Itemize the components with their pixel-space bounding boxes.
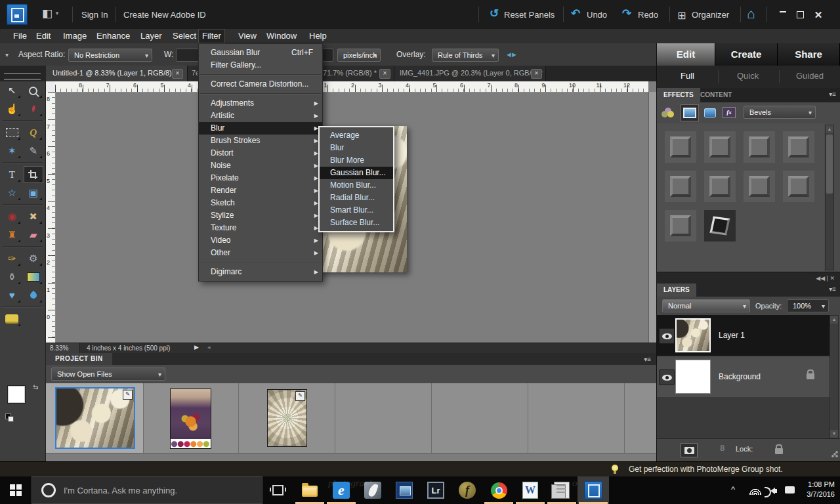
bevel-effect-thumbnail[interactable]: [665, 171, 696, 202]
organizer-button[interactable]: Organizer: [692, 10, 729, 20]
crop-tool[interactable]: [24, 167, 43, 182]
tray-expand-icon[interactable]: ^: [731, 484, 735, 494]
flip-crop-icon[interactable]: ◄►: [505, 51, 516, 58]
document-tab-img-4491[interactable]: IMG_4491.JPG @ 20.3% (Layer 0, RGB/8) * …: [394, 66, 546, 81]
taskbar-clock[interactable]: 1:08 PM 3/7/2016: [807, 480, 835, 499]
subtab-guided[interactable]: Guided: [796, 71, 824, 81]
redo-button[interactable]: Redo: [638, 10, 658, 20]
start-button[interactable]: [0, 476, 32, 504]
taskbar-app-word[interactable]: W: [514, 476, 546, 504]
menu-edit[interactable]: Edit: [32, 29, 54, 43]
resolution-unit-select[interactable]: pixels/inch: [337, 49, 381, 62]
close-button[interactable]: ✕: [811, 9, 826, 20]
bevel-effect-thumbnail[interactable]: [783, 131, 814, 163]
mode-tab-create[interactable]: Create: [715, 43, 778, 66]
menu-image[interactable]: Image: [59, 29, 91, 43]
bevel-effect-thumbnail[interactable]: [783, 171, 814, 202]
menu-enhance[interactable]: Enhance: [93, 29, 134, 43]
layers-scrollbar[interactable]: ▲ ▼: [830, 315, 839, 438]
effects-category-select[interactable]: Bevels: [744, 106, 816, 119]
bevel-effect-thumbnail[interactable]: [744, 131, 775, 163]
tab-close-icon[interactable]: ×: [172, 69, 183, 79]
layout-icon[interactable]: ◧ ▾: [42, 8, 58, 19]
filter-menu-item-texture[interactable]: Texture▶: [199, 222, 322, 234]
home-button[interactable]: ⌂: [747, 7, 755, 20]
panel-grip[interactable]: [4, 73, 41, 80]
move-tool[interactable]: ↖: [3, 83, 21, 98]
status-options-arrow-icon[interactable]: ▶: [194, 344, 199, 350]
spot-healing-brush-tool[interactable]: ✚: [24, 209, 43, 224]
brush-tool[interactable]: ✑: [3, 251, 21, 266]
filter-menu-item-other[interactable]: Other▶: [199, 247, 322, 259]
bin-thumbnail-bouquet[interactable]: [170, 388, 211, 449]
zoom-level-field[interactable]: 8.33%: [46, 343, 80, 354]
clone-stamp-tool[interactable]: ♜: [3, 227, 21, 243]
collapse-options-icon[interactable]: ▾: [5, 51, 9, 58]
blend-mode-select[interactable]: Normal: [662, 299, 750, 312]
filter-menu-item-adjustments[interactable]: Adjustments▶: [199, 97, 322, 110]
filter-menu-item-stylize[interactable]: Stylize▶: [199, 209, 322, 222]
filter-menu-item-filter-gallery[interactable]: Filter Gallery...: [199, 59, 322, 72]
panel-menu-icon[interactable]: ▾≡: [829, 91, 836, 98]
zoom-tool[interactable]: [24, 83, 43, 98]
scrollbar-thumb[interactable]: [826, 135, 833, 194]
taskbar-app-file-explorer[interactable]: [294, 476, 326, 504]
taskbar-app-photoshop-express[interactable]: [357, 476, 388, 504]
hand-tool[interactable]: ☝: [3, 101, 21, 117]
bevel-effect-thumbnail[interactable]: [704, 131, 736, 163]
project-bin-tab[interactable]: PROJECT BIN: [46, 353, 112, 365]
cortana-search-box[interactable]: I'm Cortana. Ask me anything.: [32, 476, 262, 504]
scroll-up-icon[interactable]: ▲: [826, 125, 833, 133]
menu-file[interactable]: File: [9, 29, 31, 43]
minimize-button[interactable]: [776, 9, 790, 20]
notifications-icon[interactable]: [785, 486, 795, 495]
reset-panels-button[interactable]: Reset Panels: [504, 10, 555, 20]
document-tab-untitled-1[interactable]: Untitled-1 @ 8.33% (Layer 1, RGB/8) * ×: [46, 66, 188, 81]
foreground-color-swatch[interactable]: [8, 386, 25, 403]
eraser-tool[interactable]: ▰: [24, 227, 43, 243]
layer-styles-selected[interactable]: [681, 104, 699, 121]
scroll-up-icon[interactable]: ▲: [830, 316, 838, 324]
aspect-ratio-select[interactable]: No Restriction: [68, 49, 152, 62]
menu-window[interactable]: Window: [262, 29, 301, 43]
cookie-cutter-tool[interactable]: ☆: [3, 185, 21, 201]
undo-button[interactable]: Undo: [587, 10, 607, 20]
filter-menu-item-pixelate[interactable]: Pixelate▶: [199, 172, 322, 184]
layer-thumbnail[interactable]: [675, 318, 711, 352]
smart-brush-tool[interactable]: ⚙: [24, 251, 43, 266]
filter-menu-item-blur[interactable]: Blur▶: [199, 122, 322, 135]
filter-menu-item-correct-camera-distortion[interactable]: Correct Camera Distortion...: [199, 78, 322, 91]
bin-thumbnail-cones[interactable]: ✎: [55, 387, 135, 449]
taskbar-app-flickr[interactable]: f: [452, 476, 483, 504]
filters-icon[interactable]: [665, 108, 671, 114]
volume-icon[interactable]: [770, 487, 775, 496]
selection-brush-tool[interactable]: ✎: [24, 143, 43, 159]
layer-name[interactable]: Background: [719, 372, 761, 381]
blur-submenu-item-average[interactable]: Average: [320, 129, 393, 142]
link-layers-icon[interactable]: 8: [720, 443, 724, 453]
filter-menu-item-brush-strokes[interactable]: Brush Strokes▶: [199, 135, 322, 147]
rectangular-marquee-tool[interactable]: [3, 125, 21, 140]
blur-submenu-item-surface-blur[interactable]: Surface Blur...: [320, 217, 393, 229]
panel-menu-icon[interactable]: ▾≡: [644, 356, 651, 363]
create-adobe-id-link[interactable]: Create New Adobe ID: [123, 10, 206, 20]
bevel-effect-thumbnail[interactable]: [744, 171, 775, 202]
taskbar-app-lightroom[interactable]: Lr: [420, 476, 452, 504]
layer-thumbnail[interactable]: [675, 360, 711, 394]
eyedropper-tool[interactable]: ✒: [24, 101, 43, 117]
mode-tab-share[interactable]: Share: [778, 43, 840, 66]
blur-submenu-item-gaussian-blur[interactable]: Gaussian Blur...: [320, 167, 393, 179]
bin-thumbnail-dahlia[interactable]: ✎: [267, 389, 307, 447]
taskbar-app-documents[interactable]: [546, 476, 578, 504]
magic-wand-tool[interactable]: ✶: [3, 143, 21, 159]
menu-view[interactable]: View: [234, 29, 261, 43]
lasso-tool[interactable]: Q: [24, 125, 43, 140]
blur-tool[interactable]: [24, 287, 43, 303]
swap-colors-icon[interactable]: ⇆: [33, 383, 38, 390]
blur-submenu-item-radial-blur[interactable]: Radial Blur...: [320, 192, 393, 204]
filter-menu-item-artistic[interactable]: Artistic▶: [199, 110, 322, 122]
status-back-arrow-icon[interactable]: ◂: [207, 344, 211, 350]
filter-menu-item-video[interactable]: Video▶: [199, 234, 322, 247]
filter-menu-item-sketch[interactable]: Sketch▶: [199, 197, 322, 209]
menu-help[interactable]: Help: [305, 29, 331, 43]
